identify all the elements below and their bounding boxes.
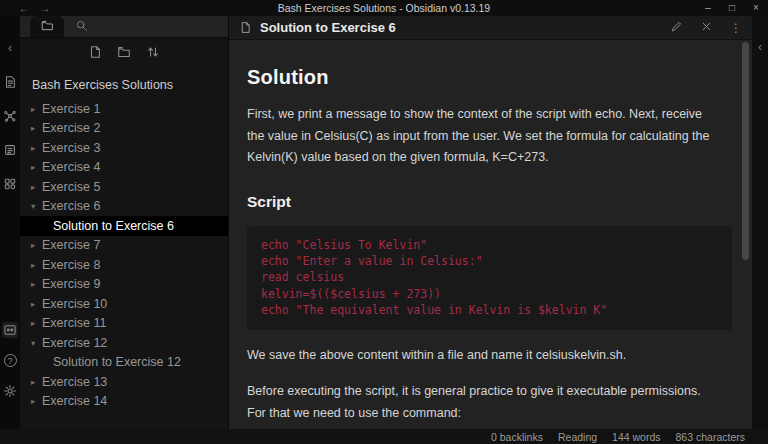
file-tree: Bash Exercises Solutions ▸Exercise 1▸Exe… xyxy=(20,69,228,429)
collapse-arrow-collapsed-icon: ▸ xyxy=(31,143,42,153)
collapse-arrow-collapsed-icon: ▸ xyxy=(31,104,42,114)
file-tree-item-label: Exercise 6 xyxy=(42,199,100,213)
file-tree-item-folder[interactable]: ▸Exercise 11 xyxy=(20,314,228,334)
file-tree-item-label: Exercise 3 xyxy=(42,141,100,155)
window-controls: – □ × xyxy=(696,0,768,16)
quick-switcher-icon[interactable] xyxy=(2,74,18,90)
note-file-icon xyxy=(239,21,252,34)
tab-search[interactable] xyxy=(64,16,98,37)
help-icon[interactable]: ? xyxy=(4,354,17,367)
file-tree-item-folder[interactable]: ▾Exercise 12 xyxy=(20,333,228,353)
close-pane-icon[interactable] xyxy=(700,19,713,37)
status-item: 863 characters xyxy=(676,431,745,443)
left-ribbon: ‹ ? xyxy=(0,16,20,429)
file-tree-item-label: Exercise 8 xyxy=(42,258,100,272)
file-tree-item-label: Exercise 9 xyxy=(42,277,100,291)
collapse-arrow-expanded-icon: ▾ xyxy=(31,338,42,348)
file-tree-item-folder[interactable]: ▸Exercise 1 xyxy=(20,99,228,119)
paragraph: We save the above content within a file … xyxy=(247,345,717,367)
file-tree-item-label: Exercise 13 xyxy=(42,375,107,389)
main-pane: Solution to Exercise 6 ⋮ Solution First,… xyxy=(228,16,752,429)
file-tree-item-file[interactable]: Solution to Exercise 12 xyxy=(20,353,228,373)
vault-switcher-icon[interactable] xyxy=(2,322,18,338)
vault-title[interactable]: Bash Exercises Solutions xyxy=(20,73,228,99)
file-tree-item-folder[interactable]: ▸Exercise 2 xyxy=(20,119,228,139)
file-tree-item-folder[interactable]: ▸Exercise 7 xyxy=(20,236,228,256)
status-item[interactable]: 0 backlinks xyxy=(491,431,543,443)
file-tree-item-folder[interactable]: ▸Exercise 9 xyxy=(20,275,228,295)
new-folder-icon[interactable] xyxy=(117,45,131,63)
titlebar-nav: ← → xyxy=(19,3,50,14)
paragraph: First, we print a message to show the co… xyxy=(247,104,717,169)
expand-right-sidebar-icon[interactable]: ‹ xyxy=(758,41,762,53)
file-tree-item-folder[interactable]: ▸Exercise 13 xyxy=(20,372,228,392)
edit-pencil-icon[interactable] xyxy=(670,19,683,37)
status-item: 144 words xyxy=(612,431,660,443)
heading-script: Script xyxy=(247,193,732,211)
file-tree-item-folder[interactable]: ▾Exercise 6 xyxy=(20,197,228,217)
close-window-button[interactable]: × xyxy=(744,0,768,16)
file-tree-item-label: Exercise 5 xyxy=(42,180,100,194)
collapse-arrow-collapsed-icon: ▸ xyxy=(31,182,42,192)
collapse-arrow-collapsed-icon: ▸ xyxy=(31,162,42,172)
search-icon xyxy=(75,18,88,36)
pane-actions: ⋮ xyxy=(670,19,742,37)
file-tree-item-label: Exercise 4 xyxy=(42,160,100,174)
file-tree-item-label: Solution to Exercise 12 xyxy=(53,355,181,369)
file-tree-item-label: Exercise 11 xyxy=(42,316,106,330)
folder-icon xyxy=(41,18,54,36)
right-ribbon: ‹ xyxy=(752,16,768,429)
collapse-arrow-collapsed-icon: ▸ xyxy=(31,299,42,309)
file-tree-item-folder[interactable]: ▸Exercise 3 xyxy=(20,138,228,158)
command-palette-icon[interactable] xyxy=(2,176,18,192)
status-bar: 0 backlinksReading144 words863 character… xyxy=(0,429,768,444)
daily-note-icon[interactable] xyxy=(2,142,18,158)
file-tree-item-label: Exercise 10 xyxy=(42,297,107,311)
file-tree-item-folder[interactable]: ▸Exercise 14 xyxy=(20,392,228,412)
sort-order-icon[interactable] xyxy=(146,45,160,63)
code-block-script: echo "Celsius To Kelvin" echo "Enter a v… xyxy=(247,226,732,330)
collapse-arrow-collapsed-icon: ▸ xyxy=(31,377,42,387)
new-note-icon[interactable] xyxy=(88,45,102,63)
file-tree-item-folder[interactable]: ▸Exercise 8 xyxy=(20,255,228,275)
pane-title: Solution to Exercise 6 xyxy=(260,20,396,35)
collapse-arrow-collapsed-icon: ▸ xyxy=(31,123,42,133)
note-preview: Solution First, we print a message to sh… xyxy=(229,40,752,429)
obsidian-window: ← → Bash Exercises Solutions - Obsidian … xyxy=(0,0,768,444)
scrollbar-thumb[interactable] xyxy=(742,42,749,260)
graph-view-icon[interactable] xyxy=(2,108,18,124)
left-sidebar: Bash Exercises Solutions ▸Exercise 1▸Exe… xyxy=(20,16,228,429)
titlebar: ← → Bash Exercises Solutions - Obsidian … xyxy=(0,0,768,16)
file-tree-item-folder[interactable]: ▸Exercise 10 xyxy=(20,294,228,314)
collapse-left-sidebar-icon[interactable]: ‹ xyxy=(8,42,12,54)
pane-header: Solution to Exercise 6 ⋮ xyxy=(229,16,752,40)
file-tree-item-folder[interactable]: ▸Exercise 4 xyxy=(20,158,228,178)
file-tree-item-label: Solution to Exercise 6 xyxy=(53,219,174,233)
minimize-button[interactable]: – xyxy=(696,0,720,16)
collapse-arrow-collapsed-icon: ▸ xyxy=(31,260,42,270)
heading-solution: Solution xyxy=(247,66,732,89)
collapse-arrow-collapsed-icon: ▸ xyxy=(31,318,42,328)
file-tree-item-label: Exercise 2 xyxy=(42,121,100,135)
collapse-arrow-expanded-icon: ▾ xyxy=(31,201,42,211)
file-tree-item-label: Exercise 1 xyxy=(42,102,100,116)
maximize-button[interactable]: □ xyxy=(720,0,744,16)
window-title: Bash Exercises Solutions - Obsidian v0.1… xyxy=(0,2,768,14)
collapse-arrow-collapsed-icon: ▸ xyxy=(31,240,42,250)
collapse-arrow-collapsed-icon: ▸ xyxy=(31,396,42,406)
history-forward-icon[interactable]: → xyxy=(40,3,50,14)
file-tree-item-label: Exercise 7 xyxy=(42,238,100,252)
paragraph: Before executing the script, it is gener… xyxy=(247,381,717,424)
settings-gear-icon[interactable] xyxy=(2,383,18,399)
file-tree-item-label: Exercise 14 xyxy=(42,394,107,408)
file-tree-item-file[interactable]: Solution to Exercise 6 xyxy=(20,216,228,236)
history-back-icon[interactable]: ← xyxy=(19,3,29,14)
tab-file-explorer[interactable] xyxy=(30,16,64,37)
file-tree-item-label: Exercise 12 xyxy=(42,336,107,350)
collapse-arrow-collapsed-icon: ▸ xyxy=(31,279,42,289)
sidebar-tab-strip xyxy=(20,16,228,39)
file-tree-item-folder[interactable]: ▸Exercise 5 xyxy=(20,177,228,197)
more-options-icon[interactable]: ⋮ xyxy=(730,22,742,34)
status-item[interactable]: Reading xyxy=(558,431,597,443)
file-explorer-toolbar xyxy=(20,39,228,69)
